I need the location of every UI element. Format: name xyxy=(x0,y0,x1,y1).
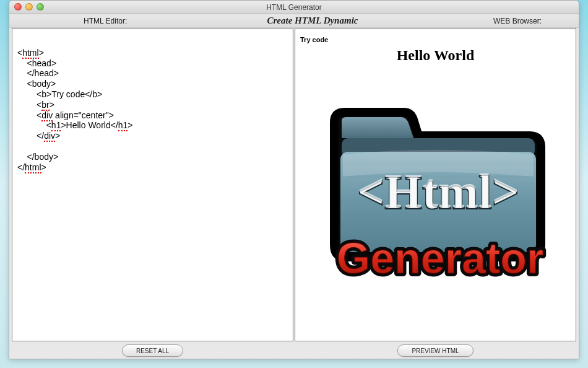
html-generator-logo-icon: <Html> <Html> Generator Generator xyxy=(312,90,560,302)
svg-text:Generator: Generator xyxy=(336,234,543,283)
browser-pane: Try code Hello World xyxy=(295,28,576,341)
svg-text:<Html>: <Html> xyxy=(357,164,519,217)
window-title: HTML Generator xyxy=(266,3,322,12)
close-icon[interactable] xyxy=(14,3,22,11)
browser-header: WEB Browser: xyxy=(381,17,542,25)
preview-bold-text: Try code xyxy=(300,36,328,43)
section-headers: HTML Editor: Create HTML Dynamic WEB Bro… xyxy=(9,14,579,28)
footer: RESET ALL PREVIEW HTML xyxy=(9,341,579,360)
editor-pane: <html> <head> </head> <body> <b>Try code… xyxy=(12,28,293,341)
app-subtitle: Create HTML Dynamic xyxy=(244,15,381,26)
preview-heading: Hello World xyxy=(300,47,571,64)
main-panes: <html> <head> </head> <body> <b>Try code… xyxy=(9,28,579,341)
titlebar[interactable]: HTML Generator xyxy=(9,1,579,14)
minimize-icon[interactable] xyxy=(25,3,33,11)
reset-all-button[interactable]: RESET ALL xyxy=(122,344,183,357)
logo-image: <Html> <Html> Generator Generator xyxy=(300,90,571,302)
zoom-icon[interactable] xyxy=(37,3,44,11)
traffic-lights xyxy=(14,3,44,11)
preview-html-button[interactable]: PREVIEW HTML xyxy=(397,344,473,357)
app-window: HTML Generator HTML Editor: Create HTML … xyxy=(9,0,579,359)
editor-header: HTML Editor: xyxy=(84,17,244,25)
web-browser-preview: Try code Hello World xyxy=(295,28,576,341)
html-editor[interactable]: <html> <head> </head> <body> <b>Try code… xyxy=(12,28,293,341)
